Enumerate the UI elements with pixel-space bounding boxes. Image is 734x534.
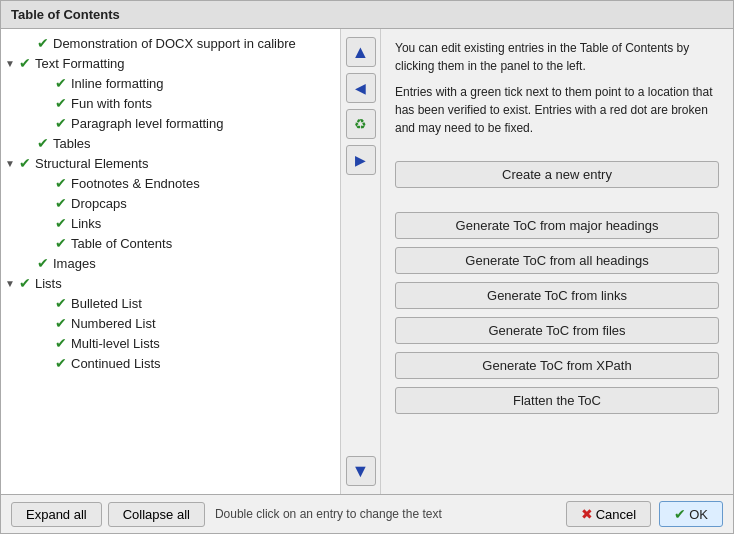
move-up-button[interactable]: ▲ [346,37,376,67]
tree-item-label: Inline formatting [71,76,164,91]
tree-item-label: Table of Contents [71,236,172,251]
tree-item-label: Numbered List [71,316,156,331]
check-icon: ✔ [55,235,67,251]
dialog-body: ✔Demonstration of DOCX support in calibr… [1,29,733,494]
tree-item[interactable]: ✔Multi-level Lists [1,333,340,353]
check-icon: ✔ [55,175,67,191]
arrow-up-icon: ▲ [352,42,370,63]
tree-item[interactable]: ✔Images [1,253,340,273]
bottom-bar: Expand all Collapse all Double click on … [1,494,733,533]
expand-all-button[interactable]: Expand all [11,502,102,527]
tree-item[interactable]: ✔Links [1,213,340,233]
tree-item-label: Images [53,256,96,271]
check-icon: ✔ [55,95,67,111]
tree-item-label: Dropcaps [71,196,127,211]
cancel-icon: ✖ [581,506,593,522]
info-text-2: Entries with a green tick next to them p… [395,83,719,137]
create-new-entry-button[interactable]: Create a new entry [395,161,719,188]
tree-item-label: Text Formatting [35,56,125,71]
move-left-button[interactable]: ◀ [346,73,376,103]
tree-item-label: Bulleted List [71,296,142,311]
gen-files-button[interactable]: Generate ToC from files [395,317,719,344]
recycle-icon: ♻ [354,116,367,132]
check-icon: ✔ [55,75,67,91]
tree-item[interactable]: ✔Continued Lists [1,353,340,373]
check-icon: ✔ [55,295,67,311]
arrow-down-icon: ▼ [352,461,370,482]
tree-item-label: Multi-level Lists [71,336,160,351]
tree-item[interactable]: ✔Dropcaps [1,193,340,213]
check-icon: ✔ [55,115,67,131]
ok-label: OK [689,507,708,522]
tree-item[interactable]: ✔Footnotes & Endnotes [1,173,340,193]
ok-check-icon: ✔ [674,506,686,522]
cancel-button[interactable]: ✖Cancel [566,501,651,527]
check-icon: ✔ [37,35,49,51]
bottom-hint: Double click on an entry to change the t… [215,507,442,521]
check-icon: ✔ [55,195,67,211]
check-icon: ✔ [19,155,31,171]
gen-all-headings-button[interactable]: Generate ToC from all headings [395,247,719,274]
gen-major-headings-button[interactable]: Generate ToC from major headings [395,212,719,239]
tree-item-label: Lists [35,276,62,291]
gen-xpath-button[interactable]: Generate ToC from XPath [395,352,719,379]
tree-item[interactable]: ✔Bulleted List [1,293,340,313]
tree-item-label: Paragraph level formatting [71,116,223,131]
tree-item-label: Demonstration of DOCX support in calibre [53,36,296,51]
tree-item-label: Continued Lists [71,356,161,371]
check-icon: ✔ [19,275,31,291]
tree-item[interactable]: ▼✔Text Formatting [1,53,340,73]
flatten-toc-button[interactable]: Flatten the ToC [395,387,719,414]
tree-item[interactable]: ▼✔Lists [1,273,340,293]
right-panel: You can edit existing entries in the Tab… [381,29,733,494]
check-icon: ✔ [37,135,49,151]
dialog-title: Table of Contents [1,1,733,29]
check-icon: ✔ [37,255,49,271]
toggle-arrow[interactable]: ▼ [5,58,19,69]
info-text-1: You can edit existing entries in the Tab… [395,39,719,75]
toggle-arrow[interactable]: ▼ [5,278,19,289]
tree-item[interactable]: ✔Demonstration of DOCX support in calibr… [1,33,340,53]
check-icon: ✔ [19,55,31,71]
dialog: Table of Contents ✔Demonstration of DOCX… [0,0,734,534]
tree-item-label: Footnotes & Endnotes [71,176,200,191]
tree-item-label: Links [71,216,101,231]
recycle-button[interactable]: ♻ [346,109,376,139]
gen-links-button[interactable]: Generate ToC from links [395,282,719,309]
check-icon: ✔ [55,315,67,331]
arrow-left-icon: ◀ [355,80,366,96]
tree-item[interactable]: ✔Paragraph level formatting [1,113,340,133]
tree-item[interactable]: ✔Inline formatting [1,73,340,93]
arrow-right-icon: ▶ [355,152,366,168]
move-right-button[interactable]: ▶ [346,145,376,175]
check-icon: ✔ [55,215,67,231]
tree-item[interactable]: ✔Tables [1,133,340,153]
tree-item[interactable]: ✔Table of Contents [1,233,340,253]
bottom-right: ✖Cancel ✔OK [566,501,723,527]
tree-item-label: Fun with fonts [71,96,152,111]
check-icon: ✔ [55,335,67,351]
ok-button[interactable]: ✔OK [659,501,723,527]
collapse-all-button[interactable]: Collapse all [108,502,205,527]
move-down-button[interactable]: ▼ [346,456,376,486]
tree-area[interactable]: ✔Demonstration of DOCX support in calibr… [1,29,340,494]
check-icon: ✔ [55,355,67,371]
tree-item[interactable]: ▼✔Structural Elements [1,153,340,173]
tree-item[interactable]: ✔Numbered List [1,313,340,333]
tree-item-label: Tables [53,136,91,151]
left-panel: ✔Demonstration of DOCX support in calibr… [1,29,341,494]
tree-item-label: Structural Elements [35,156,148,171]
toggle-arrow[interactable]: ▼ [5,158,19,169]
tree-item[interactable]: ✔Fun with fonts [1,93,340,113]
cancel-label: Cancel [596,507,636,522]
middle-panel: ▲ ◀ ♻ ▶ ▼ [341,29,381,494]
bottom-left: Expand all Collapse all Double click on … [11,502,442,527]
